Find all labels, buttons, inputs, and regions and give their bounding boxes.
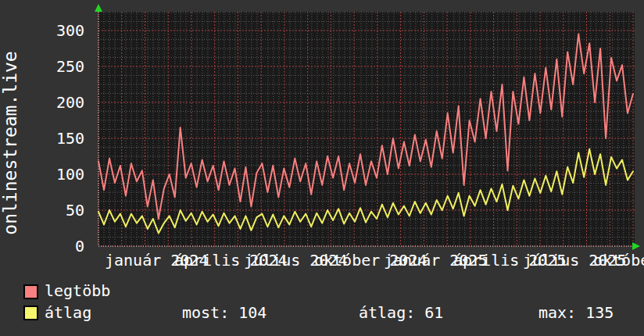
y-axis-tick-label: 100 (27, 166, 84, 183)
y-axis-arrow-icon (95, 4, 102, 12)
y-axis-tick-label: 200 (27, 94, 84, 111)
stat-most: most: 104 (182, 304, 267, 321)
y-axis-tick-label: 50 (27, 202, 84, 219)
legend-label-atlag: átlag (45, 304, 91, 321)
y-axis-tick-label: 250 (27, 58, 84, 75)
legend-swatch-legtobb (23, 284, 38, 299)
x-axis-tick-label: október 2025 (593, 251, 644, 270)
legend-label-legtobb: legtöbb (45, 282, 110, 299)
x-axis-arrow-icon (632, 242, 640, 250)
y-axis-tick-label: 150 (27, 130, 84, 147)
stat-atlag: átlag: 61 (359, 304, 443, 321)
y-axis-tick-label: 0 (27, 238, 84, 255)
y-axis-tick-label: 300 (27, 22, 84, 39)
stat-max: max: 135 (538, 304, 614, 321)
legend-swatch-atlag (23, 306, 38, 320)
